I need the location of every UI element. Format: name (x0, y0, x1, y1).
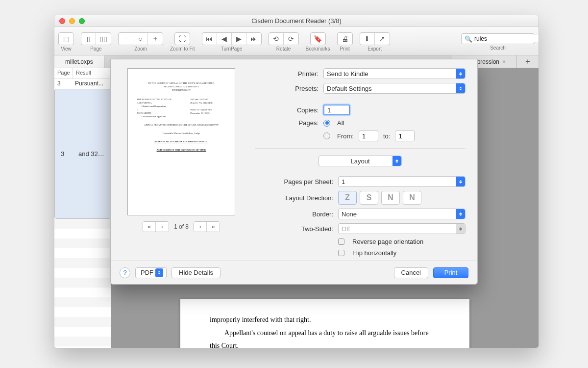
last-page-button[interactable]: ⏭ (246, 33, 261, 45)
export-save-button[interactable]: ⬇ (360, 33, 375, 45)
export-label: Export (368, 46, 382, 52)
pages-to-input[interactable] (395, 131, 415, 141)
border-label: Border: (255, 210, 333, 218)
search-label: Search (490, 45, 506, 51)
layout-dir-s-button[interactable]: S (360, 191, 378, 205)
zoom-reset-button[interactable]: ○ (133, 33, 148, 45)
printer-label: Printer: (255, 70, 318, 78)
zoom-to-fit-button[interactable]: ⛶ (175, 33, 190, 45)
search-field[interactable]: 🔍 ⓧ (461, 33, 535, 44)
cancel-button[interactable]: Cancel (394, 267, 428, 278)
hide-details-button[interactable]: Hide Details (172, 267, 220, 278)
printer-select[interactable]: Send to Kindle (323, 68, 466, 79)
preview-next-button[interactable]: › (194, 222, 207, 232)
zoom-label: Zoom (134, 46, 147, 52)
border-select[interactable]: None (338, 209, 466, 219)
new-tab-button[interactable]: ＋ (517, 55, 539, 68)
reverse-orientation-label: Reverse page orientation (352, 238, 423, 245)
rotate-label: Rotate (276, 46, 291, 52)
view-label: View (61, 46, 72, 52)
preview-prev-button[interactable]: ‹ (156, 222, 169, 232)
pages-range-radio[interactable] (323, 132, 330, 139)
view-button[interactable]: ▤ (59, 33, 74, 45)
dialog-footer: ? PDF Hide Details Cancel Print (111, 261, 477, 284)
zoom-in-button[interactable]: ＋ (148, 33, 163, 45)
pages-label: Pages: (255, 119, 318, 127)
pages-all-label: All (337, 119, 344, 127)
two-sided-select: Off (338, 223, 466, 234)
section-select[interactable]: Layout (318, 156, 402, 166)
presets-select[interactable]: Default Settings (323, 83, 466, 94)
page-single-button[interactable]: ▯ (81, 33, 96, 45)
tab-millet[interactable]: millet.oxps (54, 55, 104, 68)
toolbar: ▤ View ▯ ▯▯ Page − ○ ＋ Zoom ⛶ Zoom to Fi… (54, 27, 539, 55)
print-button[interactable]: 🖨 (338, 33, 352, 45)
pages-to-label: to: (383, 132, 390, 140)
page-double-button[interactable]: ▯▯ (96, 33, 111, 45)
bookmarks-button[interactable]: 🔖 (311, 33, 325, 45)
search-icon: 🔍 (465, 35, 472, 43)
export-share-button[interactable]: ↗ (375, 33, 390, 45)
preview-first-button[interactable]: « (143, 222, 156, 232)
pages-per-sheet-label: Pages per Sheet: (255, 178, 333, 185)
pages-per-sheet-select[interactable]: 1 (338, 176, 466, 187)
layout-dir-n-button[interactable]: N (381, 191, 400, 205)
pages-from-input[interactable] (359, 131, 378, 141)
search-results-sidebar: Page Result 3 Pursuant... 3 and 32.1... (54, 68, 111, 348)
presets-label: Presets: (255, 85, 318, 92)
two-sided-label: Two-Sided: (255, 225, 333, 233)
titlebar: Cisdem Document Reader (3/8) (54, 15, 539, 27)
tab-label: millet.oxps (65, 58, 93, 65)
preview-last-button[interactable]: » (207, 222, 220, 232)
layout-dir-z-button[interactable]: Z (338, 191, 357, 205)
reverse-orientation-checkbox[interactable] (338, 238, 344, 245)
sidebar-empty (54, 219, 111, 348)
rotate-left-button[interactable]: ⟲ (269, 33, 284, 45)
copies-label: Copies: (255, 106, 318, 114)
print-preview-page: IN THE COURT OF APPEAL OF THE STATE OF C… (127, 68, 235, 215)
layout-dir-n2-button[interactable]: N (403, 191, 421, 205)
copies-input[interactable] (323, 105, 350, 115)
result-row[interactable]: 3 and 32.1... (54, 89, 111, 219)
zoomfit-label: Zoom to Fit (170, 46, 195, 52)
pdf-dropdown[interactable]: PDF (135, 267, 167, 278)
next-page-button[interactable]: ▶ (232, 33, 246, 45)
col-result: Result (73, 68, 94, 79)
flip-horizontally-label: Flip horizontally (352, 249, 396, 257)
print-label: Print (340, 46, 350, 52)
zoom-out-button[interactable]: − (119, 33, 133, 45)
pages-from-label: From: (337, 132, 354, 140)
turnpage-label: TurnPage (221, 46, 243, 52)
print-dialog: IN THE COURT OF APPEAL OF THE STATE OF C… (110, 59, 478, 285)
close-tab-icon[interactable]: × (502, 58, 506, 65)
result-row[interactable]: 3 Pursuant... (54, 79, 111, 89)
first-page-button[interactable]: ⏮ (202, 33, 217, 45)
bookmarks-label: Bookmarks (306, 46, 330, 52)
window-title: Cisdem Document Reader (3/8) (54, 17, 539, 25)
col-page: Page (54, 68, 73, 79)
prev-page-button[interactable]: ◀ (217, 33, 232, 45)
rotate-right-button[interactable]: ⟳ (284, 33, 298, 45)
print-confirm-button[interactable]: Print (433, 267, 468, 278)
pages-all-radio[interactable] (323, 120, 330, 127)
help-button[interactable]: ? (120, 267, 130, 278)
search-input[interactable] (474, 35, 539, 42)
page-label: Page (90, 46, 101, 52)
layout-direction-label: Layout Direction: (255, 194, 333, 202)
preview-page-indicator: 1 of 8 (174, 223, 189, 230)
document-page: improperly interfered with that right. A… (180, 299, 469, 348)
flip-horizontally-checkbox[interactable] (338, 250, 344, 256)
